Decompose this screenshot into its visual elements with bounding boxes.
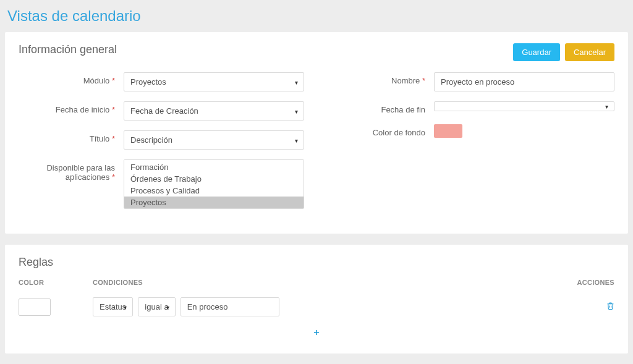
rules-header-actions: ACCIONES <box>559 279 614 286</box>
start-date-label: Fecha de inicio * <box>19 101 124 114</box>
cancel-button[interactable]: Cancelar <box>565 43 614 61</box>
general-info-panel: Información general Guardar Cancelar Mód… <box>5 32 628 234</box>
rule-row: Estatus igual a <box>19 292 614 321</box>
end-date-label: Fecha de fin <box>329 101 434 114</box>
apps-listbox[interactable]: FacturaciónFormaciónÓrdenes de TrabajoPr… <box>124 159 304 209</box>
title-select[interactable]: Descripción <box>124 130 304 150</box>
rules-panel: Reglas COLOR CONDICIONES ACCIONES Estatu… <box>5 245 628 353</box>
apps-listbox-item[interactable]: Procesos y Calidad <box>124 185 304 197</box>
bg-color-swatch[interactable] <box>434 124 462 138</box>
title-label: Título * <box>19 130 124 143</box>
add-rule-button[interactable] <box>313 328 320 338</box>
general-panel-title: Información general <box>19 43 117 56</box>
apps-label: Disponible para las aplicaciones * <box>19 159 124 182</box>
rule-value-input[interactable] <box>181 297 279 316</box>
save-button[interactable]: Guardar <box>513 43 560 61</box>
plus-icon <box>313 329 320 336</box>
apps-listbox-item[interactable]: Proyectos <box>124 197 304 208</box>
rules-panel-title: Reglas <box>19 256 614 269</box>
bg-color-label: Color de fondo <box>329 124 434 137</box>
rule-field-select[interactable]: Estatus <box>93 297 133 316</box>
page-title: Vistas de calendario <box>5 5 628 32</box>
end-date-select[interactable] <box>434 101 614 111</box>
rules-header-conditions: CONDICIONES <box>93 279 559 286</box>
name-input[interactable] <box>434 72 614 91</box>
module-label: Módulo * <box>19 72 124 85</box>
apps-listbox-item[interactable]: Órdenes de Trabajo <box>124 173 304 185</box>
rule-operator-select[interactable]: igual a <box>138 297 175 316</box>
module-select[interactable]: Proyectos <box>124 72 304 91</box>
rule-color-chip[interactable] <box>19 298 51 316</box>
rules-header-color: COLOR <box>19 279 93 286</box>
start-date-select[interactable]: Fecha de Creación <box>124 101 304 121</box>
trash-icon <box>606 302 614 310</box>
delete-rule-button[interactable] <box>606 302 614 312</box>
panel-actions: Guardar Cancelar <box>513 43 614 61</box>
name-label: Nombre * <box>329 72 434 85</box>
apps-listbox-item[interactable]: Formación <box>124 161 304 173</box>
